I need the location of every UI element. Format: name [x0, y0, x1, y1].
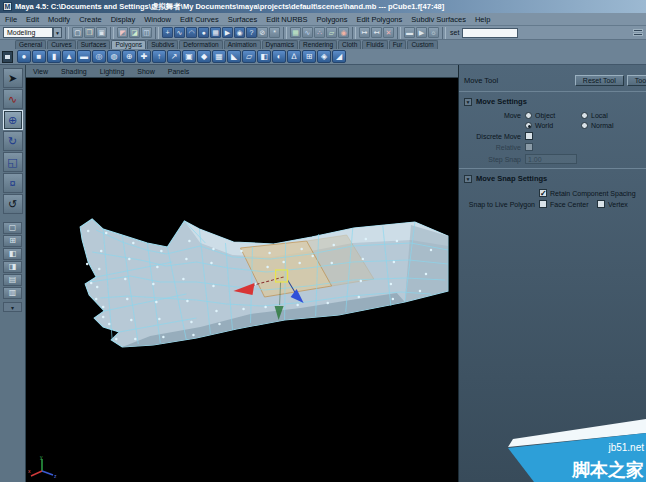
shelf-tab-subdivs[interactable]: Subdivs — [147, 40, 178, 49]
menu-edit-nurbs[interactable]: Edit NURBS — [266, 15, 307, 24]
shelf-menu-button[interactable] — [2, 51, 13, 63]
mask-dynamics-icon[interactable]: ▶ — [222, 27, 233, 38]
vertex-checkbox[interactable] — [597, 200, 605, 208]
collapse-arrow-icon[interactable]: ▼ — [464, 98, 472, 106]
snap-to-points-icon[interactable]: ∴ — [314, 27, 325, 38]
layout-menu-arrow[interactable]: ▾ — [3, 302, 22, 312]
merge-vertices-icon[interactable]: ▣ — [182, 50, 196, 63]
mask-deformations-icon[interactable]: ● — [198, 27, 209, 38]
status-separator[interactable] — [352, 27, 356, 39]
extrude-face-icon[interactable]: ↑ — [152, 50, 166, 63]
combine-icon[interactable]: ⊕ — [122, 50, 136, 63]
mask-points-icon[interactable]: + — [162, 27, 173, 38]
layout-hypershade-persp[interactable]: ▤ — [3, 274, 22, 286]
select-by-object-icon[interactable]: ◪ — [129, 27, 140, 38]
shelf-tab-animation[interactable]: Animation — [224, 40, 261, 49]
layout-persp-outliner[interactable]: ◧ — [3, 248, 22, 260]
rotate-tool[interactable]: ↻ — [3, 131, 23, 151]
bevel-icon[interactable]: ◆ — [197, 50, 211, 63]
menu-mode-arrow-icon[interactable]: ▼ — [53, 27, 62, 38]
render-current-frame-icon[interactable]: ▬ — [404, 27, 415, 38]
layout-four-pane[interactable]: ⊞ — [3, 235, 22, 247]
shelf-tab-general[interactable]: General — [15, 40, 46, 49]
layout-persp-multi[interactable]: ▥ — [3, 287, 22, 299]
reset-tool-button[interactable]: Reset Tool — [575, 75, 624, 86]
show-hide-ui-toggle-icon[interactable] — [633, 27, 643, 38]
save-scene-icon[interactable]: ▣ — [96, 27, 107, 38]
shelf-tab-surfaces[interactable]: Surfaces — [77, 40, 111, 49]
shelf-tab-dynamics[interactable]: Dynamics — [262, 40, 299, 49]
lasso-select-tool[interactable]: ∿ — [3, 89, 23, 109]
poly-cylinder-icon[interactable]: ▮ — [47, 50, 61, 63]
last-tool-used[interactable]: ↺ — [3, 194, 23, 214]
quadrangulate-icon[interactable]: ▱ — [242, 50, 256, 63]
smooth-icon[interactable]: ◍ — [107, 50, 121, 63]
subdivide-icon[interactable]: ▦ — [212, 50, 226, 63]
radio-local[interactable] — [581, 112, 588, 119]
select-tool[interactable]: ➤ — [3, 68, 23, 88]
menu-window[interactable]: Window — [144, 15, 171, 24]
make-live-icon[interactable]: ◉ — [338, 27, 349, 38]
layout-single-pane[interactable]: ▢ — [3, 222, 22, 234]
create-polygon-tool-icon[interactable]: ∆ — [287, 50, 301, 63]
new-scene-icon[interactable]: ▢ — [72, 27, 83, 38]
viewport-canvas[interactable]: x y z — [26, 78, 458, 482]
status-separator[interactable] — [283, 27, 287, 39]
menu-file[interactable]: File — [5, 15, 17, 24]
status-separator[interactable] — [65, 27, 69, 39]
poly-plane-icon[interactable]: ▬ — [77, 50, 91, 63]
status-separator[interactable] — [442, 27, 446, 39]
status-separator[interactable] — [110, 27, 114, 39]
select-by-component-icon[interactable]: ◫ — [141, 27, 152, 38]
extrude-edge-icon[interactable]: ↗ — [167, 50, 181, 63]
move-settings-section-header[interactable]: ▼ Move Settings — [459, 94, 646, 109]
discrete-move-checkbox[interactable] — [525, 132, 533, 140]
poly-torus-icon[interactable]: ◎ — [92, 50, 106, 63]
title-bar[interactable]: M Maya 4.5: C:\Documents and Settings\虚拟… — [0, 0, 646, 13]
snap-to-grids-icon[interactable]: ▦ — [290, 27, 301, 38]
shelf-tab-curves[interactable]: Curves — [47, 40, 76, 49]
radio-normal[interactable] — [581, 122, 588, 129]
retain-component-spacing-checkbox[interactable] — [539, 189, 547, 197]
panel-menu-lighting[interactable]: Lighting — [100, 68, 125, 75]
mask-rendering-icon[interactable]: ◉ — [234, 27, 245, 38]
shelf-tab-deformation[interactable]: Deformation — [179, 40, 222, 49]
ipr-render-icon[interactable]: ▶ — [416, 27, 427, 38]
mask-surfaces-icon[interactable]: ◠ — [186, 27, 197, 38]
status-separator[interactable] — [397, 27, 401, 39]
menu-display[interactable]: Display — [111, 15, 136, 24]
menu-modify[interactable]: Modify — [48, 15, 70, 24]
split-polygon-tool-icon[interactable]: ✚ — [137, 50, 151, 63]
menu-help[interactable]: Help — [475, 15, 490, 24]
shelf-tab-rendering[interactable]: Rendering — [299, 40, 337, 49]
panel-menu-shading[interactable]: Shading — [61, 68, 87, 75]
quick-select-input[interactable] — [462, 28, 518, 38]
menu-edit-polygons[interactable]: Edit Polygons — [356, 15, 402, 24]
radio-object[interactable] — [525, 112, 532, 119]
poly-cone-icon[interactable]: ▲ — [62, 50, 76, 63]
shelf-tab-polygons[interactable]: Polygons — [111, 40, 146, 49]
shelf-tab-fur[interactable]: Fur — [389, 40, 407, 49]
snap-to-view-planes-icon[interactable]: ▱ — [326, 27, 337, 38]
radio-world[interactable] — [525, 122, 532, 129]
collapse-arrow-icon[interactable]: ▼ — [464, 175, 472, 183]
menu-create[interactable]: Create — [79, 15, 102, 24]
panel-menu-view[interactable]: View — [33, 68, 48, 75]
triangulate-icon[interactable]: ◣ — [227, 50, 241, 63]
shelf-tab-custom[interactable]: Custom — [407, 40, 437, 49]
construction-history-icon[interactable]: ✕ — [383, 27, 394, 38]
mask-joints-icon[interactable]: ▦ — [210, 27, 221, 38]
poly-cube-icon[interactable]: ■ — [32, 50, 46, 63]
shelf-tab-cloth[interactable]: Cloth — [338, 40, 361, 49]
manipulator-center-handle[interactable] — [276, 270, 288, 282]
panel-menu-show[interactable]: Show — [137, 68, 155, 75]
wedge-faces-icon[interactable]: ◢ — [332, 50, 346, 63]
poly-sphere-icon[interactable]: ● — [17, 50, 31, 63]
poke-faces-icon[interactable]: ◈ — [317, 50, 331, 63]
shelf-tab-fluids[interactable]: Fluids — [362, 40, 387, 49]
append-polygon-icon[interactable]: ⊞ — [302, 50, 316, 63]
sculpt-polygons-icon[interactable]: ◐ — [272, 50, 286, 63]
tool-help-button[interactable]: Tool Help — [627, 75, 646, 86]
input-connections-icon[interactable]: ↦ — [359, 27, 370, 38]
scale-tool[interactable]: ◱ — [3, 152, 23, 172]
